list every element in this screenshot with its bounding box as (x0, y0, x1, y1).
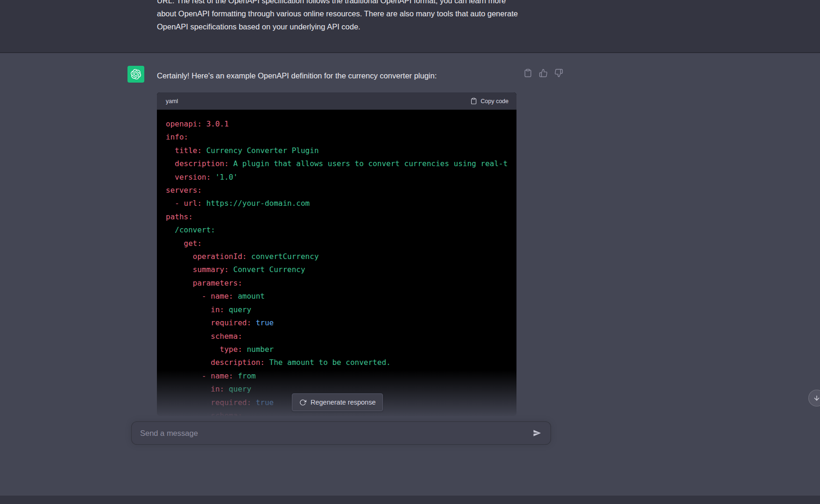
thumbs-up-button[interactable] (539, 69, 548, 77)
code-line: get: (166, 237, 516, 250)
user-message-row: URL. The rest of the OpenAPI specificati… (0, 0, 820, 53)
copy-code-label: Copy code (481, 98, 509, 105)
thumbs-down-button[interactable] (554, 69, 563, 77)
user-message-text: URL. The rest of the OpenAPI specificati… (157, 0, 520, 33)
code-line: - name: from (166, 370, 516, 383)
copy-code-button[interactable]: Copy code (470, 98, 509, 105)
code-line: paths: (166, 210, 516, 224)
code-line: - name: amount (166, 290, 516, 303)
message-actions (523, 69, 563, 77)
composer (131, 421, 551, 445)
code-line: description: The amount to be converted. (166, 356, 516, 369)
code-line: openapi: 3.0.1 (166, 118, 516, 131)
regenerate-response-label: Regenerate response (311, 399, 375, 406)
code-line: version: '1.0' (166, 171, 516, 184)
regenerate-response-button[interactable]: Regenerate response (292, 393, 383, 411)
code-line: - url: https://your-domain.com (166, 197, 516, 210)
code-line: servers: (166, 184, 516, 197)
bottom-bar (0, 496, 820, 504)
message-input[interactable] (132, 422, 551, 444)
code-line: description: A plugin that allows users … (166, 157, 516, 170)
code-line: type: number (166, 343, 516, 356)
clipboard-icon (470, 98, 477, 105)
copy-message-button[interactable] (523, 69, 532, 77)
code-line: operationId: convertCurrency (166, 250, 516, 263)
code-line: schema: (166, 330, 516, 343)
code-line: summary: Convert Currency (166, 263, 516, 276)
code-line: parameters: (166, 277, 516, 290)
code-body: openapi: 3.0.1info: title: Currency Conv… (157, 110, 516, 416)
code-line: info: (166, 131, 516, 144)
code-line: in: query (166, 303, 516, 316)
code-block: yaml Copy code openapi: 3.0.1info: title… (157, 92, 516, 416)
arrow-down-icon (813, 394, 820, 402)
code-line: title: Currency Converter Plugin (166, 144, 516, 157)
code-block-header: yaml Copy code (157, 92, 516, 110)
send-icon (533, 429, 541, 437)
thumbs-down-icon (554, 69, 563, 77)
code-line: /convert: (166, 224, 516, 237)
code-language-label: yaml (166, 98, 178, 105)
code-line: required: true (166, 316, 516, 329)
assistant-avatar (127, 66, 144, 83)
clipboard-icon (523, 69, 532, 77)
refresh-icon (299, 399, 306, 406)
assistant-message-text: Certainly! Here's an example OpenAPI def… (157, 70, 484, 82)
openai-logo-icon (130, 69, 141, 80)
chat-app: URL. The rest of the OpenAPI specificati… (0, 0, 820, 504)
send-button[interactable] (531, 427, 543, 439)
thumbs-up-icon (539, 69, 548, 77)
